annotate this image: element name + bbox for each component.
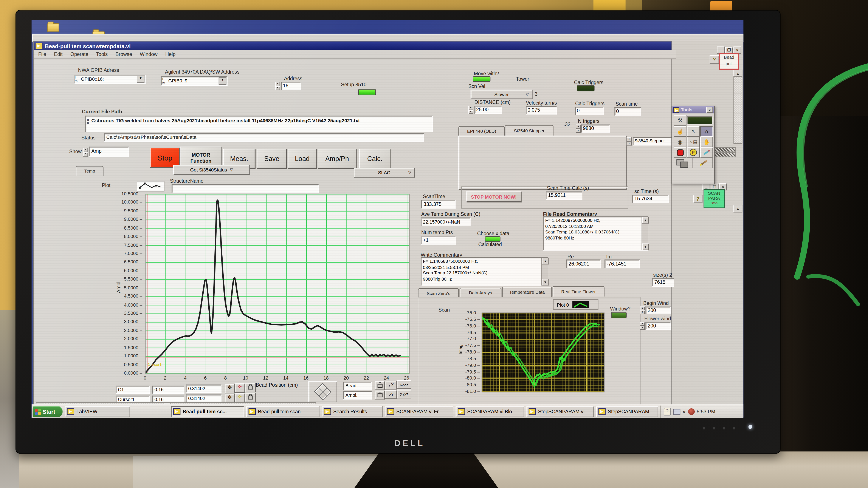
stop-motor-now-button[interactable]: STOP MOTOR NOW!: [466, 192, 521, 202]
taskbar-item-search[interactable]: Search Results: [321, 406, 382, 417]
spin-down-icon[interactable]: ▼: [275, 86, 280, 90]
cursor2-move-button[interactable]: ✥: [225, 394, 235, 403]
distance-field[interactable]: 25.00: [474, 106, 502, 114]
operate-value-tool[interactable]: ☝: [674, 126, 686, 137]
scrollbar-up-icon-2[interactable]: ▲: [734, 205, 742, 213]
close-icon[interactable]: ×: [734, 46, 741, 54]
close-icon[interactable]: ×: [706, 107, 713, 113]
display-icon[interactable]: [673, 409, 680, 415]
graph-nav-pad[interactable]: [308, 381, 337, 402]
re-field[interactable]: 26.06201: [566, 259, 600, 268]
probe-tool[interactable]: P: [687, 147, 700, 158]
taskbar-item-scanparam-blo[interactable]: SCANPARAM.vi Blo...: [456, 406, 524, 417]
x-autoscale-button[interactable]: ⌌X: [385, 381, 397, 389]
chevron-down-icon[interactable]: ▼: [219, 77, 226, 85]
menu-file[interactable]: File: [38, 52, 46, 57]
calc-triggers-field[interactable]: 0: [575, 107, 604, 115]
scroll-down-icon[interactable]: ▼: [542, 279, 549, 286]
amp-ph-button[interactable]: Amp/Ph: [318, 149, 356, 169]
menu-edit[interactable]: Edit: [54, 52, 63, 57]
minimize-icon[interactable]: _: [717, 46, 724, 54]
sizes-field[interactable]: 7615: [652, 278, 674, 287]
num-temp-pts-field[interactable]: +1: [421, 236, 456, 245]
cursor1-name-field[interactable]: C1: [116, 386, 150, 394]
breakpoint-tool[interactable]: [674, 147, 686, 158]
taskbar-item-stepscanparam[interactable]: StepSCANPARAM.vi: [526, 406, 594, 417]
edit-text-tool[interactable]: A: [700, 126, 713, 137]
plot-area[interactable]: Cursor1: [145, 194, 410, 374]
show-spinner[interactable]: ▲▼: [83, 148, 88, 157]
desktop-folder-icon-1[interactable]: [47, 23, 59, 32]
stepper-right-spinner[interactable]: ▲▼: [627, 137, 631, 146]
distance-spinner[interactable]: ▲▼: [468, 106, 473, 114]
begin-wind-field[interactable]: 200: [645, 306, 671, 314]
y-format-button[interactable]: y.yy▾: [397, 389, 411, 398]
tab-data-arrays[interactable]: Data Arrays: [459, 288, 501, 298]
start-button[interactable]: Start: [33, 406, 63, 417]
setup-8510-led[interactable]: [358, 89, 376, 95]
menu-window[interactable]: Window: [140, 52, 158, 57]
stop-button[interactable]: Stop: [150, 148, 180, 168]
help-balloon-icon[interactable]: ?: [664, 408, 671, 416]
tab-temperature-data[interactable]: Temperature Data: [502, 287, 552, 297]
taskbar-item-stepscanparam2[interactable]: StepSCANPARAM....: [596, 406, 658, 417]
behind-window-controls[interactable]: _❐×: [716, 44, 741, 54]
menu-operate[interactable]: Operate: [70, 52, 89, 57]
taskbar-item-scanparam-fr[interactable]: SCANPARAM.vi Fr...: [385, 406, 454, 417]
im-field[interactable]: -76.1451: [604, 259, 640, 268]
window-led[interactable]: [611, 312, 627, 318]
stepper-right-field[interactable]: Si3540 Stepper: [633, 137, 673, 146]
cursor2-lock-button[interactable]: [245, 393, 256, 402]
scan-time-calc-field[interactable]: 15.9211: [546, 192, 582, 200]
chevron-down-icon[interactable]: ▼: [137, 76, 145, 83]
title-bar[interactable]: Bead-pull tem scanwtempdata.vi: [34, 41, 672, 51]
show-field[interactable]: Amp: [89, 147, 129, 156]
menu-help[interactable]: Help: [165, 52, 176, 57]
calc-triggers-led[interactable]: [577, 85, 594, 91]
bezel-button-dots[interactable]: [703, 427, 742, 429]
get-si3540-status-dropdown[interactable]: Get Si3540Status▽: [173, 165, 250, 175]
nwa-gpib-combo[interactable]: I/o GPIB0::16: ▼: [73, 75, 146, 84]
collapse-tray-icon[interactable]: «: [683, 409, 686, 415]
tools-title-bar[interactable]: Tools ×: [672, 106, 714, 113]
y-autoscale-button[interactable]: ⌌Y: [385, 390, 397, 399]
velocity-field[interactable]: 0.075: [526, 106, 557, 115]
scroll-down-icon[interactable]: ▼: [642, 243, 649, 250]
y-scale-lock-button[interactable]: [375, 391, 385, 399]
taskbar-item-beadpull-active[interactable]: Bead-pull tem sc...: [171, 406, 244, 417]
spin-up-icon[interactable]: ▲: [275, 82, 280, 86]
scan-plot0-legend[interactable]: Plot 0: [553, 299, 598, 310]
maximize-icon[interactable]: ❐: [725, 47, 733, 54]
bead-pull-vi-icon[interactable]: Bead pull: [719, 53, 739, 70]
flower-wind-spinner[interactable]: ▲▼: [640, 322, 645, 330]
cursor1-x-field[interactable]: 0.16: [152, 386, 184, 394]
cursor2-y-field[interactable]: 0.31402: [186, 394, 221, 403]
tab-epi-440[interactable]: EPI 440 (OLD): [458, 126, 505, 136]
write-commentary-box[interactable]: F= 1.140688750000000 Hz, 08/25/2021 5:53…: [421, 257, 548, 286]
ave-temp-field[interactable]: 22.157000+/-NaN: [421, 218, 470, 226]
file-path-box[interactable]: go C:\brunos TIG welded from halves 25Au…: [85, 116, 433, 132]
tab-scan-zeros[interactable]: Scan Zero's: [418, 288, 459, 298]
x-scale-lock-button[interactable]: [375, 381, 385, 390]
tab-temp[interactable]: Temp: [76, 166, 103, 176]
auto-tool-button[interactable]: ⚒: [674, 115, 686, 126]
paintbrush-tool[interactable]: [693, 158, 713, 168]
color-copy-tool[interactable]: [700, 147, 713, 158]
file-read-commentary-box[interactable]: F= 1.142008750000000 Hz, 07/20/2012 10:1…: [543, 216, 648, 251]
menu-browse[interactable]: Browse: [115, 52, 132, 57]
cursor1-move-button[interactable]: ✥: [225, 384, 235, 394]
help-button-2[interactable]: ?: [693, 195, 703, 203]
agilent-combo[interactable]: I/o GPIB0::9: ▼: [161, 76, 227, 86]
app-tray-icon[interactable]: [688, 409, 694, 415]
begin-wind-spinner[interactable]: ▲▼: [640, 306, 645, 314]
cursor1-crosshair-button[interactable]: ✛: [235, 383, 245, 393]
scroll-up-icon[interactable]: ▲: [542, 258, 549, 264]
vertical-scrollbar[interactable]: [734, 76, 742, 144]
frc-scrollbar[interactable]: ▲ ▼: [642, 217, 648, 250]
save-button[interactable]: Save: [257, 149, 287, 169]
set-color-tool[interactable]: [674, 158, 693, 168]
load-button[interactable]: Load: [288, 149, 317, 169]
scanparam-vi-icon[interactable]: SCAN PARA Stop: [704, 189, 724, 208]
cursor1-y-field[interactable]: 0.31402: [186, 385, 221, 393]
flower-wind-field[interactable]: 200: [645, 322, 671, 330]
